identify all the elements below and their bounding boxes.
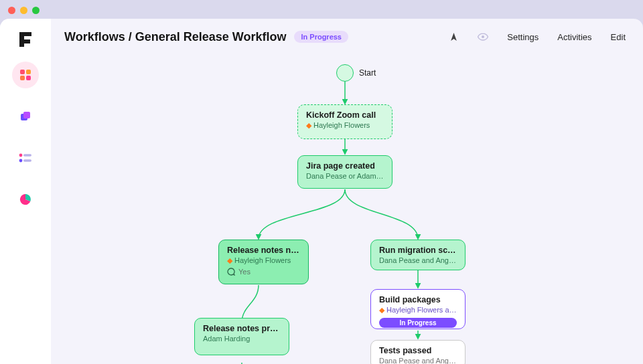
app-logo[interactable] xyxy=(18,31,33,47)
comment-icon xyxy=(227,268,235,276)
node-progress-badge: In Progress xyxy=(379,318,457,328)
minimize-icon[interactable] xyxy=(20,7,27,14)
node-build[interactable]: Build packages ◆Hayleigh Flowers and Ang… xyxy=(370,289,466,329)
svg-rect-0 xyxy=(20,70,25,74)
header: Workflows / General Release Workflow In … xyxy=(51,19,643,55)
svg-rect-1 xyxy=(26,70,31,74)
sidebar xyxy=(0,19,51,364)
node-kickoff[interactable]: Kickoff Zoom call ◆Hayleigh Flowers xyxy=(297,104,392,139)
svg-rect-5 xyxy=(23,112,30,118)
traffic-lights xyxy=(8,7,40,14)
status-badge: In Progress xyxy=(294,31,348,43)
sidebar-item-apps[interactable] xyxy=(12,62,39,88)
node-title: Release notes prepped xyxy=(203,324,281,333)
svg-rect-3 xyxy=(26,76,31,80)
node-yes-branch: Yes xyxy=(227,268,300,276)
maximize-icon[interactable] xyxy=(32,7,40,14)
node-assignee: ◆Hayleigh Flowers xyxy=(227,256,300,265)
layers-icon xyxy=(19,110,31,122)
svg-point-8 xyxy=(19,159,23,163)
breadcrumb-root[interactable]: Workflows xyxy=(64,30,125,43)
workflow-canvas[interactable]: Start Kickoff Zoom call ◆Hayleigh Flower… xyxy=(51,55,643,364)
piechart-icon xyxy=(19,193,31,205)
node-assignee: Dana Pease or Adam Harding xyxy=(306,172,384,180)
eye-icon[interactable] xyxy=(478,31,488,42)
settings-link[interactable]: Settings xyxy=(507,32,539,42)
list-icon xyxy=(19,153,32,163)
close-icon[interactable] xyxy=(8,7,15,14)
header-actions: Settings Activities Edit xyxy=(448,31,626,42)
grid-icon xyxy=(19,69,31,81)
node-release-notes-q[interactable]: Release notes needed? ◆Hayleigh Flowers … xyxy=(218,240,309,284)
location-arrow-icon[interactable] xyxy=(448,31,459,42)
workflow-edges xyxy=(51,55,643,364)
svg-rect-2 xyxy=(20,76,25,80)
node-notes-prepped[interactable]: Release notes prepped Adam Harding xyxy=(194,318,289,355)
app-window: Workflows / General Release Workflow In … xyxy=(0,19,643,364)
sidebar-item-layers[interactable] xyxy=(12,103,39,130)
svg-point-6 xyxy=(19,154,23,157)
node-migration[interactable]: Run migration scripts Dana Pease and Ang… xyxy=(370,240,466,270)
start-node[interactable] xyxy=(336,64,354,82)
node-title: Tests passed xyxy=(379,346,457,355)
node-assignee: Adam Harding xyxy=(203,335,281,343)
activities-link[interactable]: Activities xyxy=(557,32,591,42)
node-title: Kickoff Zoom call xyxy=(306,110,384,120)
node-jira[interactable]: Jira page created Dana Pease or Adam Har… xyxy=(297,155,392,189)
breadcrumb[interactable]: Workflows / General Release Workflow xyxy=(64,30,286,44)
sidebar-item-chart[interactable] xyxy=(12,186,39,213)
sidebar-item-list[interactable] xyxy=(12,145,39,171)
node-title: Jira page created xyxy=(306,161,384,171)
node-assignee: Dana Pease and Angelina Kel… xyxy=(379,357,457,364)
browser-frame: Workflows / General Release Workflow In … xyxy=(0,0,643,364)
node-title: Release notes needed? xyxy=(227,246,300,255)
node-assignee: ◆Hayleigh Flowers xyxy=(306,121,384,130)
start-label: Start xyxy=(359,68,376,78)
node-title: Run migration scripts xyxy=(379,246,457,255)
node-assignee: ◆Hayleigh Flowers and Angel… xyxy=(379,306,457,314)
svg-rect-7 xyxy=(23,154,31,157)
svg-point-10 xyxy=(482,35,484,38)
node-assignee: Dana Pease and Angelina Ke… xyxy=(379,256,457,264)
breadcrumb-leaf[interactable]: General Release Workflow xyxy=(135,30,287,43)
node-title: Build packages xyxy=(379,295,457,304)
node-tests[interactable]: Tests passed Dana Pease and Angelina Kel… xyxy=(370,340,466,364)
svg-rect-9 xyxy=(23,159,31,162)
edit-link[interactable]: Edit xyxy=(611,32,626,42)
